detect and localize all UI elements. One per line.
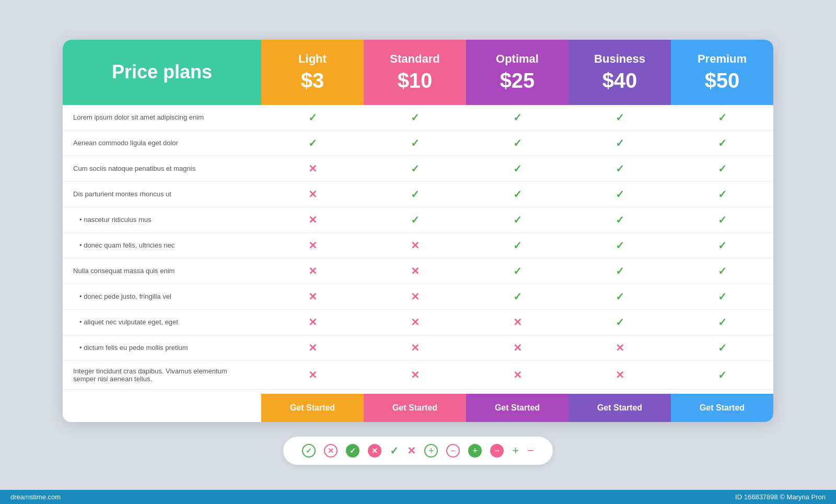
legend-minus-filled: −: [490, 444, 504, 458]
get-started-btn-light[interactable]: Get Started: [261, 394, 364, 422]
check-cell-9-4: ✓: [671, 335, 773, 361]
legend-check-circle-outline: ✓: [302, 444, 316, 458]
legend-plus-filled: +: [468, 444, 482, 458]
check-cell-2-0: ✕: [261, 156, 364, 182]
plan-name-optimal: Optimal: [496, 52, 539, 66]
feature-label-8: • aliquet nec vulputate eget, eget: [63, 310, 261, 335]
check-cell-6-4: ✓: [671, 259, 773, 284]
feature-label-7: • donec pede justo, fringilla vel: [63, 284, 261, 310]
check-cell-10-3: ✕: [568, 361, 671, 390]
check-cell-4-2: ✓: [466, 207, 568, 233]
check-cell-8-3: ✓: [568, 310, 671, 335]
check-cell-1-2: ✓: [466, 131, 568, 156]
check-cell-10-0: ✕: [261, 361, 364, 390]
check-cell-3-4: ✓: [671, 182, 773, 207]
feature-label-1: Aenean commodo ligula eget dolor: [63, 131, 261, 156]
check-cell-3-1: ✓: [364, 182, 466, 207]
check-cell-1-3: ✓: [568, 131, 671, 156]
watermark-left: dreamstime.com: [10, 493, 61, 501]
legend-minus-plain: −: [527, 444, 534, 458]
check-cell-0-1: ✓: [364, 105, 466, 131]
price-plans-title-cell: Price plans: [63, 40, 261, 105]
check-cell-0-2: ✓: [466, 105, 568, 131]
check-cell-7-2: ✓: [466, 284, 568, 310]
check-cell-0-0: ✓: [261, 105, 364, 131]
check-cell-5-1: ✕: [364, 233, 466, 259]
check-cell-9-2: ✕: [466, 335, 568, 361]
check-cell-6-0: ✕: [261, 259, 364, 284]
legend-check-plain: ✓: [390, 444, 399, 457]
plan-header-optimal: Optimal $25: [466, 40, 568, 105]
get-started-btn-premium[interactable]: Get Started: [671, 394, 773, 422]
check-cell-0-4: ✓: [671, 105, 773, 131]
check-cell-2-2: ✓: [466, 156, 568, 182]
legend-plus-circle-outline: +: [424, 444, 438, 458]
price-plans-title: Price plans: [112, 61, 212, 83]
check-cell-10-1: ✕: [364, 361, 466, 390]
check-cell-5-2: ✓: [466, 233, 568, 259]
plan-header-light: Light $3: [261, 40, 364, 105]
check-cell-10-2: ✕: [466, 361, 568, 390]
get-started-btn-optimal[interactable]: Get Started: [466, 394, 568, 422]
check-cell-8-4: ✓: [671, 310, 773, 335]
plan-price-optimal: $25: [500, 69, 535, 92]
legend-bar: ✓ ✕ ✓ ✕ ✓ ✕ + − + − + −: [283, 437, 553, 465]
check-cell-4-0: ✕: [261, 207, 364, 233]
footer-row: Get StartedGet StartedGet StartedGet Sta…: [63, 394, 773, 422]
check-cell-3-3: ✓: [568, 182, 671, 207]
feature-label-9: • dictum felis eu pede mollis pretium: [63, 335, 261, 361]
check-cell-8-2: ✕: [466, 310, 568, 335]
plan-name-business: Business: [594, 52, 645, 66]
legend-x-filled: ✕: [368, 444, 381, 458]
check-cell-7-1: ✕: [364, 284, 466, 310]
check-cell-6-1: ✕: [364, 259, 466, 284]
feature-label-10: Integer tincidunt cras dapibus. Vivamus …: [63, 361, 261, 390]
body-section: Lorem ipsum dolor sit amet adipiscing en…: [63, 105, 773, 390]
check-cell-5-3: ✓: [568, 233, 671, 259]
watermark-bar: dreamstime.com ID 166837898 © Maryna Pro…: [0, 490, 836, 504]
legend-plus-plain: +: [512, 444, 519, 458]
plan-header-standard: Standard $10: [364, 40, 466, 105]
watermark-right: ID 166837898 © Maryna Pron: [735, 493, 826, 501]
legend-x-circle-outline: ✕: [324, 444, 338, 458]
plan-price-light: $3: [301, 69, 324, 92]
header-row: Price plans Light $3 Standard $10 Optima…: [63, 40, 773, 105]
plan-name-standard: Standard: [390, 52, 439, 66]
feature-label-6: Nulla consequat massa quis enim: [63, 259, 261, 284]
check-cell-5-4: ✓: [671, 233, 773, 259]
get-started-btn-business[interactable]: Get Started: [568, 394, 671, 422]
plan-header-business: Business $40: [568, 40, 671, 105]
check-cell-9-0: ✕: [261, 335, 364, 361]
check-cell-7-3: ✓: [568, 284, 671, 310]
legend-check-filled: ✓: [346, 444, 359, 458]
check-cell-9-3: ✕: [568, 335, 671, 361]
check-cell-7-4: ✓: [671, 284, 773, 310]
check-cell-4-4: ✓: [671, 207, 773, 233]
get-started-btn-standard[interactable]: Get Started: [364, 394, 466, 422]
check-cell-6-3: ✓: [568, 259, 671, 284]
check-cell-4-3: ✓: [568, 207, 671, 233]
check-cell-2-1: ✓: [364, 156, 466, 182]
feature-label-4: • nascetur ridiculus mus: [63, 207, 261, 233]
check-cell-10-4: ✓: [671, 361, 773, 390]
feature-label-5: • donec quam felis, ultricies nec: [63, 233, 261, 259]
check-cell-6-2: ✓: [466, 259, 568, 284]
plan-price-business: $40: [602, 69, 637, 92]
check-cell-8-0: ✕: [261, 310, 364, 335]
check-cell-2-4: ✓: [671, 156, 773, 182]
check-cell-7-0: ✕: [261, 284, 364, 310]
check-cell-5-0: ✕: [261, 233, 364, 259]
plan-price-standard: $10: [398, 69, 433, 92]
check-cell-9-1: ✕: [364, 335, 466, 361]
check-cell-3-0: ✕: [261, 182, 364, 207]
pricing-table: Price plans Light $3 Standard $10 Optima…: [63, 40, 773, 422]
check-cell-1-4: ✓: [671, 131, 773, 156]
plan-price-premium: $50: [705, 69, 740, 92]
feature-label-0: Lorem ipsum dolor sit amet adipiscing en…: [63, 105, 261, 131]
legend-minus-circle-outline: −: [446, 444, 460, 458]
legend-x-plain: ✕: [407, 444, 416, 457]
check-cell-1-0: ✓: [261, 131, 364, 156]
plan-header-premium: Premium $50: [671, 40, 773, 105]
feature-label-2: Cum sociis natoque penatibus et magnis: [63, 156, 261, 182]
check-cell-8-1: ✕: [364, 310, 466, 335]
